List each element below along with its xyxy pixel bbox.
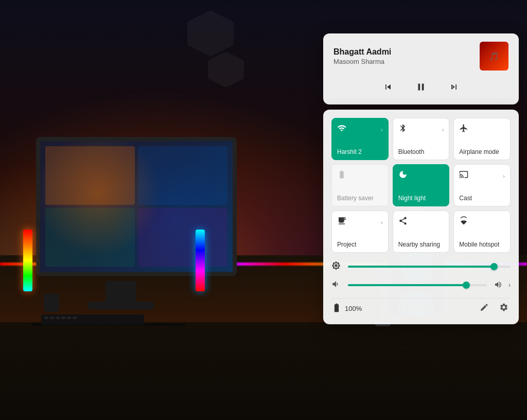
wifi-chevron: › xyxy=(381,127,383,133)
brightness-track[interactable] xyxy=(348,266,511,268)
bluetooth-icon xyxy=(398,124,408,135)
volume-icon xyxy=(331,279,343,291)
cast-icon xyxy=(459,170,468,182)
hotspot-icon xyxy=(459,216,468,228)
project-chevron: › xyxy=(381,219,383,225)
project-icon xyxy=(337,216,346,228)
qs-tile-wifi[interactable]: › Harshit 2 xyxy=(331,118,389,160)
cast-label: Cast xyxy=(459,195,472,202)
qs-tile-nearby[interactable]: Nearby sharing xyxy=(393,211,450,253)
volume-fill xyxy=(348,284,466,286)
edit-button[interactable] xyxy=(478,301,491,316)
qs-tile-airplane[interactable]: Airplane mode xyxy=(453,118,511,160)
album-art-image: 🎵 xyxy=(480,42,508,71)
qs-tile-project[interactable]: › Project xyxy=(331,211,389,253)
qs-tile-cast[interactable]: › Cast xyxy=(453,164,511,206)
nearby-sharing-icon xyxy=(398,216,408,228)
brightness-slider-row xyxy=(331,261,511,272)
qs-tile-bluetooth[interactable]: › Bluetooth xyxy=(393,118,450,160)
nearby-sharing-label: Nearby sharing xyxy=(398,241,440,248)
mobile-hotspot-label: Mobile hotspot xyxy=(459,241,499,248)
settings-button[interactable] xyxy=(497,301,511,316)
media-controls xyxy=(333,78,508,96)
qs-tile-nightlight[interactable]: Night light xyxy=(393,164,450,206)
qs-tile-hotspot[interactable]: Mobile hotspot xyxy=(453,211,511,253)
prev-button[interactable] xyxy=(379,78,397,96)
monitor-area xyxy=(21,137,252,317)
volume-end-icon xyxy=(494,281,502,290)
media-player-card: Bhagatt Aadmi Masoom Sharma 🎵 xyxy=(323,33,519,104)
album-art: 🎵 xyxy=(480,42,508,71)
volume-slider-row: › xyxy=(331,279,511,291)
media-text: Bhagatt Aadmi Masoom Sharma xyxy=(333,47,391,65)
volume-track[interactable] xyxy=(348,284,487,286)
monitor-stand xyxy=(106,281,136,302)
monitor-base xyxy=(87,302,154,309)
panel-container: Bhagatt Aadmi Masoom Sharma 🎵 xyxy=(323,33,519,324)
pause-button[interactable] xyxy=(412,78,430,96)
wifi-icon xyxy=(337,124,346,135)
battery-icon xyxy=(331,303,342,314)
wifi-label: Harshit 2 xyxy=(337,148,362,155)
monitor xyxy=(36,137,237,276)
bluetooth-chevron: › xyxy=(442,127,444,133)
artist-name: Masoom Sharma xyxy=(333,58,391,65)
qs-bottom-bar: 100% xyxy=(331,298,511,316)
mug xyxy=(44,294,59,312)
qs-tile-battery[interactable]: Battery saver xyxy=(331,164,389,206)
night-light-icon xyxy=(398,170,408,182)
battery-saver-icon xyxy=(337,170,346,182)
qs-tiles-grid: › Harshit 2 › Bluetooth xyxy=(331,118,511,253)
cast-chevron: › xyxy=(503,173,505,179)
keyboard xyxy=(41,314,144,325)
night-light-label: Night light xyxy=(398,195,426,202)
volume-thumb[interactable] xyxy=(463,282,470,289)
media-info: Bhagatt Aadmi Masoom Sharma 🎵 xyxy=(333,42,508,71)
bottom-actions xyxy=(478,301,511,316)
next-button[interactable] xyxy=(445,78,463,96)
project-label: Project xyxy=(337,241,356,248)
hex-decoration xyxy=(177,10,280,113)
brightness-fill xyxy=(348,266,494,268)
bluetooth-label: Bluetooth xyxy=(398,148,425,155)
brightness-icon xyxy=(331,261,343,272)
airplane-label: Airplane mode xyxy=(459,148,499,155)
rgb-bar-right xyxy=(196,230,205,291)
quick-settings-card: › Harshit 2 › Bluetooth xyxy=(323,110,519,324)
track-name: Bhagatt Aadmi xyxy=(333,47,391,57)
volume-settings-chevron: › xyxy=(508,282,511,289)
battery-info: 100% xyxy=(331,303,362,314)
airplane-icon xyxy=(459,124,468,135)
rgb-bar-left xyxy=(23,230,32,291)
album-art-icon: 🎵 xyxy=(489,51,499,61)
battery-saver-label: Battery saver xyxy=(337,195,374,202)
brightness-thumb[interactable] xyxy=(490,263,498,270)
battery-percent: 100% xyxy=(345,305,362,312)
